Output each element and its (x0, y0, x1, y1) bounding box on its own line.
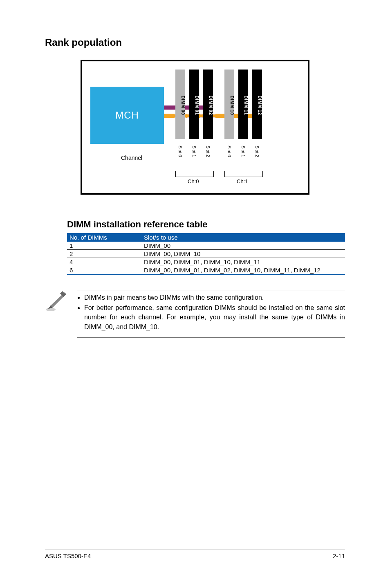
divider (77, 337, 345, 338)
table-row: 6 DIMM_00, DIMM_01, DIMM_02, DIMM_10, DI… (67, 266, 345, 275)
ch1-label: Ch:1 (237, 178, 248, 184)
note-text: DIMMs in pair means two DIMMs with the s… (77, 290, 345, 338)
dimm-label: DIMM 11 (238, 70, 248, 139)
cell-n: 4 (67, 258, 141, 266)
cell-slots: DIMM_00, DIMM_01, DIMM_10, DIMM_11 (141, 258, 345, 266)
footer-right: 2-11 (333, 552, 345, 559)
slot-num: Slot 2 (255, 146, 260, 157)
page-footer: ASUS TS500-E4 2-11 (45, 550, 345, 559)
note-bullet-1: DIMMs in pair means two DIMMs with the s… (84, 293, 345, 302)
slot-num: Slot 0 (178, 146, 183, 157)
rank-population-diagram: MCH Channel DIMM 00 Slot 0 DIMM 01 Slot … (81, 60, 309, 195)
slot-dimm12: DIMM 12 Slot 2 (252, 70, 262, 157)
cell-slots: DIMM_00, DIMM_01, DIMM_02, DIMM_10, DIMM… (141, 266, 345, 275)
cell-n: 2 (67, 250, 141, 258)
slot-num: Slot 1 (192, 146, 197, 157)
cell-slots: DIMM_00 (141, 242, 345, 250)
cell-n: 1 (67, 242, 141, 250)
table-row: 1 DIMM_00 (67, 242, 345, 250)
dimm-label: DIMM 10 (224, 70, 234, 139)
table-row: 4 DIMM_00, DIMM_01, DIMM_10, DIMM_11 (67, 258, 345, 266)
divider (77, 290, 345, 290)
table-header-row: No. of DIMMs Slot/s to use (67, 233, 345, 242)
slot-dimm02: DIMM 02 Slot 2 (203, 70, 213, 157)
note-bullet-2: For better performance, same configurati… (84, 303, 345, 332)
ch0-bracket (175, 171, 214, 177)
cell-slots: DIMM_00, DIMM_10 (141, 250, 345, 258)
th-no-of-dimms: No. of DIMMs (67, 233, 141, 242)
dimm-label: DIMM 01 (189, 70, 199, 139)
dimm-ref-table: No. of DIMMs Slot/s to use 1 DIMM_00 2 D… (67, 233, 345, 275)
slot-dimm00: DIMM 00 Slot 0 (175, 70, 185, 157)
slot-dimm10: DIMM 10 Slot 0 (224, 70, 234, 157)
note-pencil-icon (45, 290, 67, 338)
slot-dimm01: DIMM 01 Slot 1 (189, 70, 199, 157)
slot-dimm11: DIMM 11 Slot 1 (238, 70, 248, 157)
th-slots-to-use: Slot/s to use (141, 233, 345, 242)
slot-num: Slot 1 (241, 146, 246, 157)
slot-num: Slot 0 (227, 146, 232, 157)
mch-block: MCH (90, 87, 164, 144)
ch0-label: Ch:0 (188, 178, 199, 184)
dimm-label: DIMM 12 (252, 70, 262, 139)
cell-n: 6 (67, 266, 141, 275)
table-row: 2 DIMM_00, DIMM_10 (67, 250, 345, 258)
svg-point-0 (46, 308, 56, 311)
ch1-bracket (224, 171, 263, 177)
heading-dimm-ref-table: DIMM installation reference table (67, 219, 345, 230)
channel-label: Channel (121, 155, 142, 161)
heading-rank-population: Rank population (45, 37, 345, 48)
footer-left: ASUS TS500-E4 (45, 552, 91, 559)
slot-num: Slot 2 (206, 146, 211, 157)
dimm-label: DIMM 00 (175, 70, 185, 139)
dimm-label: DIMM 02 (203, 70, 213, 139)
